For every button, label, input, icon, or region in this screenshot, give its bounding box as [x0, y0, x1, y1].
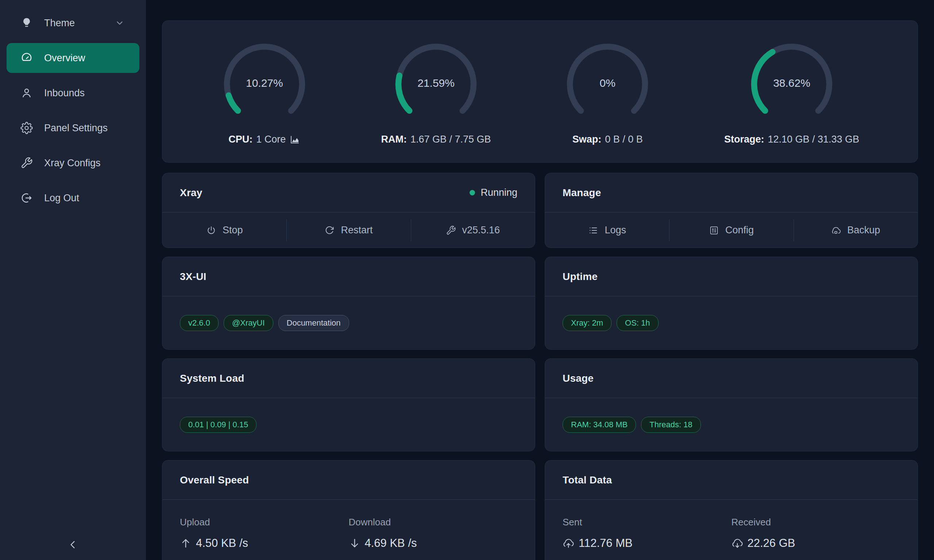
- gauge-label: Storage: 12.10 GB / 31.33 GB: [724, 134, 859, 145]
- uptime-tags: Xray: 2mOS: 1h: [545, 296, 918, 350]
- system-load-card-title: System Load: [180, 372, 244, 384]
- tag-xray-2m: Xray: 2m: [563, 315, 612, 331]
- action-label: Backup: [847, 225, 880, 236]
- tag-documentation[interactable]: Documentation: [278, 315, 349, 331]
- manage-backup-button[interactable]: Backup: [794, 212, 918, 248]
- action-label: Logs: [604, 225, 626, 236]
- three-x-ui-card: 3X-UI v2.6.0@XrayUIDocumentation: [162, 257, 535, 350]
- uptime-card-header: Uptime: [545, 257, 918, 296]
- arrow-down-icon: [349, 537, 361, 549]
- gauge-storage: 38.62%Storage: 12.10 GB / 31.33 GB: [724, 40, 859, 145]
- sidebar-item-theme[interactable]: Theme: [6, 8, 139, 38]
- stat-received: Received22.26 GB: [732, 517, 900, 550]
- xray-status-label: Running: [481, 187, 517, 198]
- sidebar-item-panel-settings[interactable]: Panel Settings: [6, 113, 139, 143]
- gauge-percent: 10.27%: [221, 77, 308, 89]
- gauge-dial: 38.62%: [748, 40, 835, 128]
- tag-xrayui[interactable]: @XrayUI: [223, 315, 273, 331]
- stat-value: 112.76 MB: [563, 537, 732, 550]
- sidebar: ThemeOverviewInboundsPanel SettingsXray …: [0, 0, 146, 560]
- usage-card: Usage RAM: 34.08 MBThreads: 18: [545, 358, 918, 451]
- tag-0-01-0-09-0-15: 0.01 | 0.09 | 0.15: [180, 417, 256, 433]
- sidebar-item-label: Inbounds: [44, 88, 125, 99]
- stat-value: 4.50 KB /s: [180, 537, 349, 550]
- sidebar-collapse-button[interactable]: [64, 536, 82, 554]
- user-icon: [20, 87, 33, 99]
- cloud-upload-icon: [563, 537, 574, 549]
- sidebar-item-label: Overview: [44, 52, 125, 64]
- gauge-label: CPU: 1 Core: [228, 134, 300, 145]
- gauge-ram: 21.59%RAM: 1.67 GB / 7.75 GB: [381, 40, 491, 145]
- sidebar-item-overview[interactable]: Overview: [6, 43, 139, 73]
- gauge-percent: 21.59%: [392, 77, 480, 89]
- stat-download: Download4.69 KB /s: [349, 517, 518, 550]
- xray-v25-5-16-button[interactable]: v25.5.16: [411, 212, 535, 248]
- gear-icon: [20, 122, 33, 134]
- gauge-icon: [20, 52, 33, 64]
- stat-upload: Upload4.50 KB /s: [180, 517, 349, 550]
- sidebar-item-label: Panel Settings: [44, 123, 125, 134]
- tag-os-1h: OS: 1h: [617, 315, 658, 331]
- sidebar-nav: ThemeOverviewInboundsPanel SettingsXray …: [0, 8, 146, 213]
- sidebar-item-xray-configs[interactable]: Xray Configs: [6, 148, 139, 178]
- sliders-icon: [709, 225, 719, 235]
- uptime-card: Uptime Xray: 2mOS: 1h: [545, 257, 918, 350]
- stat-value: 4.69 KB /s: [349, 537, 518, 550]
- three-x-ui-card-title: 3X-UI: [180, 271, 207, 283]
- xray-actions-row: StopRestartv25.5.16: [162, 212, 535, 248]
- sidebar-item-log-out[interactable]: Log Out: [6, 183, 139, 213]
- xray-restart-button[interactable]: Restart: [287, 212, 410, 248]
- overall-speed-card-header: Overall Speed: [162, 460, 535, 500]
- stat-label: Upload: [180, 517, 349, 528]
- total-data-card-title: Total Data: [563, 474, 612, 486]
- stat-sent: Sent112.76 MB: [563, 517, 732, 550]
- area-chart-icon[interactable]: [289, 134, 300, 145]
- total-data-card-header: Total Data: [545, 460, 918, 500]
- total-data-card: Total Data Sent112.76 MBReceived22.26 GB: [545, 460, 918, 560]
- restart-icon: [324, 225, 334, 235]
- manage-card-title: Manage: [563, 187, 601, 199]
- manage-logs-button[interactable]: Logs: [545, 212, 669, 248]
- wrench-icon: [446, 225, 456, 235]
- chevron-left-icon: [67, 539, 79, 551]
- manage-actions-row: LogsConfigBackup: [545, 212, 918, 248]
- overall-speed-card: Overall Speed Upload4.50 KB /sDownload4.…: [162, 460, 535, 560]
- gauge-label: RAM: 1.67 GB / 7.75 GB: [381, 134, 491, 145]
- manage-card-header: Manage: [545, 173, 918, 212]
- manage-card: Manage LogsConfigBackup: [545, 173, 918, 248]
- gauge-cpu: 10.27%CPU: 1 Core: [221, 40, 308, 145]
- gauge-percent: 38.62%: [748, 77, 835, 89]
- gauge-percent: 0%: [564, 77, 651, 89]
- logout-icon: [20, 192, 33, 204]
- wrench-icon: [20, 157, 33, 169]
- system-load-card: System Load 0.01 | 0.09 | 0.15: [162, 358, 535, 451]
- gauges-row: 10.27%CPU: 1 Core21.59%RAM: 1.67 GB / 7.…: [162, 21, 918, 145]
- sidebar-item-label: Theme: [44, 17, 114, 29]
- list-icon: [588, 225, 598, 235]
- tag-ram-34-08-mb: RAM: 34.08 MB: [563, 417, 636, 433]
- action-label: Stop: [223, 225, 243, 236]
- xray-card-title: Xray: [180, 187, 202, 199]
- gauge-swap: 0%Swap: 0 B / 0 B: [564, 40, 651, 145]
- sidebar-item-inbounds[interactable]: Inbounds: [6, 78, 139, 108]
- system-gauges-card: 10.27%CPU: 1 Core21.59%RAM: 1.67 GB / 7.…: [162, 20, 918, 163]
- chevron-down-icon: [114, 18, 125, 28]
- stat-label: Received: [732, 517, 900, 528]
- gauge-dial: 21.59%: [392, 40, 480, 128]
- system-load-card-header: System Load: [162, 359, 535, 398]
- stat-label: Sent: [563, 517, 732, 528]
- gauge-dial: 0%: [564, 40, 651, 128]
- app-root: ThemeOverviewInboundsPanel SettingsXray …: [0, 0, 934, 560]
- power-icon: [206, 225, 216, 235]
- sidebar-item-label: Log Out: [44, 192, 125, 204]
- three-x-ui-card-header: 3X-UI: [162, 257, 535, 296]
- lightbulb-icon: [20, 17, 33, 29]
- cards-grid: Xray Running StopRestartv25.5.16 Manage …: [162, 173, 918, 560]
- arrow-up-icon: [180, 537, 191, 549]
- sidebar-item-label: Xray Configs: [44, 157, 125, 169]
- manage-config-button[interactable]: Config: [669, 212, 793, 248]
- cloud-download-icon: [732, 537, 743, 549]
- stat-value: 22.26 GB: [732, 537, 900, 550]
- tag-v2-6-0[interactable]: v2.6.0: [180, 315, 219, 331]
- xray-stop-button[interactable]: Stop: [162, 212, 287, 248]
